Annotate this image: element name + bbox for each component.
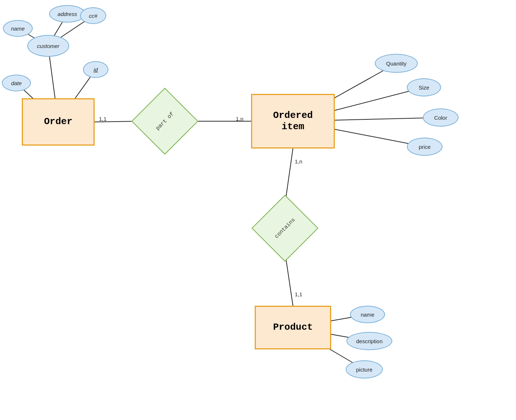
order-label: Order bbox=[44, 116, 72, 127]
size-attribute: Size bbox=[407, 78, 441, 96]
customer-attribute: customer bbox=[27, 35, 69, 57]
quantity-attribute: Quantity bbox=[375, 54, 418, 73]
cardinality-1-n-ordered: 1,n bbox=[236, 116, 243, 122]
cardinality-1-1-order: 1,1 bbox=[99, 116, 107, 122]
name-product-attribute: name bbox=[350, 306, 385, 323]
product-entity: Product bbox=[255, 306, 331, 349]
cc-attribute: cc# bbox=[80, 7, 106, 24]
price-attribute: price bbox=[407, 138, 442, 156]
product-label: Product bbox=[273, 322, 313, 333]
cardinality-1-n-below: 1,n bbox=[295, 158, 302, 165]
date-attribute: date bbox=[2, 75, 31, 91]
part-of-label: part of bbox=[131, 88, 198, 155]
picture-attribute: picture bbox=[346, 360, 383, 379]
ordered-item-label: Ordereditem bbox=[273, 110, 313, 132]
cardinality-1-1-product: 1,1 bbox=[295, 291, 302, 297]
id-attribute: id bbox=[83, 61, 108, 78]
color-attribute: Color bbox=[423, 108, 459, 127]
ordered-item-entity: Ordereditem bbox=[251, 94, 335, 148]
contains-label: contains bbox=[251, 195, 318, 262]
name-order-attribute: name bbox=[3, 20, 33, 37]
description-attribute: description bbox=[346, 332, 392, 350]
order-entity: Order bbox=[22, 98, 95, 146]
